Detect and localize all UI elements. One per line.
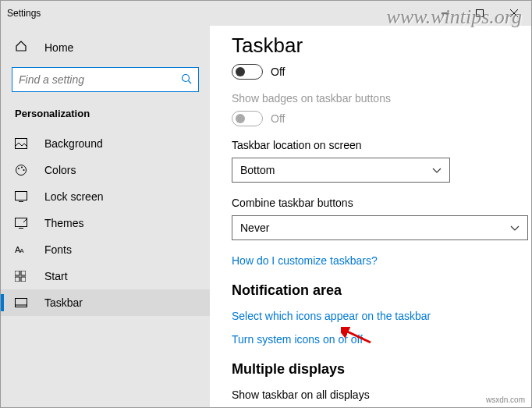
combine-select[interactable]: Never [232,215,528,240]
sidebar-item-colors[interactable]: Colors [1,157,210,183]
sidebar-home[interactable]: Home [1,34,210,61]
search-icon [181,73,192,87]
location-select[interactable]: Bottom [232,158,450,183]
sidebar-item-label: Themes [44,217,84,229]
svg-rect-16 [21,271,26,275]
credit: wsxdn.com [486,396,525,404]
close-button[interactable] [497,1,531,26]
sidebar-item-background[interactable]: Background [1,130,210,157]
colors-icon [15,164,30,176]
themes-icon [15,218,30,229]
sidebar-item-themes[interactable]: Themes [1,210,210,236]
svg-rect-15 [15,271,20,275]
minimize-button[interactable] [428,1,463,26]
svg-rect-19 [16,299,27,307]
svg-point-8 [18,168,20,169]
location-heading: Taskbar location on screen [232,139,509,151]
svg-rect-1 [477,10,484,17]
svg-point-9 [21,167,23,169]
svg-point-7 [16,165,27,176]
svg-point-10 [23,169,25,171]
svg-rect-11 [16,192,27,200]
window-titlebar: Settings [1,1,531,26]
sidebar-item-taskbar[interactable]: Taskbar [1,289,210,316]
home-icon [15,40,30,55]
svg-rect-17 [15,277,20,282]
svg-point-4 [183,74,190,81]
window-title: Settings [7,8,41,19]
fonts-icon: AA [15,245,30,254]
sidebar-item-fonts[interactable]: AA Fonts [1,236,210,263]
chevron-down-icon [432,164,442,176]
location-value: Bottom [240,164,275,176]
sidebar-home-label: Home [44,41,73,54]
customize-link[interactable]: How do I customize taskbars? [232,254,509,267]
page-title: Taskbar [232,34,509,58]
start-icon [15,271,30,282]
sidebar-item-label: Fonts [44,243,72,256]
sidebar-item-label: Background [44,137,103,150]
sidebar-item-label: Colors [44,164,76,176]
maximize-button[interactable] [463,1,497,26]
sidebar-item-start[interactable]: Start [1,263,210,289]
multiple-displays-title: Multiple displays [232,361,509,378]
multi-heading: Show taskbar on all displays [232,388,509,401]
notification-area-title: Notification area [232,282,509,299]
sidebar-category: Personalization [1,103,210,130]
sidebar-item-label: Taskbar [44,296,83,309]
svg-rect-13 [16,218,27,227]
system-icons-link[interactable]: Turn system icons on or off [232,333,509,346]
badges-toggle-label: Off [271,112,285,125]
select-icons-link[interactable]: Select which icons appear on the taskbar [232,310,509,322]
search-input[interactable] [19,73,181,86]
taskbar-toggle-label: Off [271,66,285,78]
sidebar: Home Personalization Background Colors L… [1,26,210,407]
svg-line-5 [189,80,192,83]
sidebar-item-label: Lock screen [44,190,103,203]
lock-screen-icon [15,191,30,202]
sidebar-item-lock-screen[interactable]: Lock screen [1,183,210,210]
search-box[interactable] [12,67,199,92]
taskbar-icon [15,298,30,307]
sidebar-item-label: Start [44,270,68,282]
combine-value: Never [240,222,269,234]
content-pane: Taskbar Off Show badges on taskbar butto… [210,26,531,407]
background-icon [15,138,30,149]
badges-toggle [232,111,263,126]
combine-heading: Combine taskbar buttons [232,197,509,209]
taskbar-toggle[interactable] [232,64,263,80]
badges-heading: Show badges on taskbar buttons [232,92,509,105]
chevron-down-icon [510,222,520,234]
svg-rect-6 [16,139,27,149]
svg-rect-18 [21,277,26,282]
